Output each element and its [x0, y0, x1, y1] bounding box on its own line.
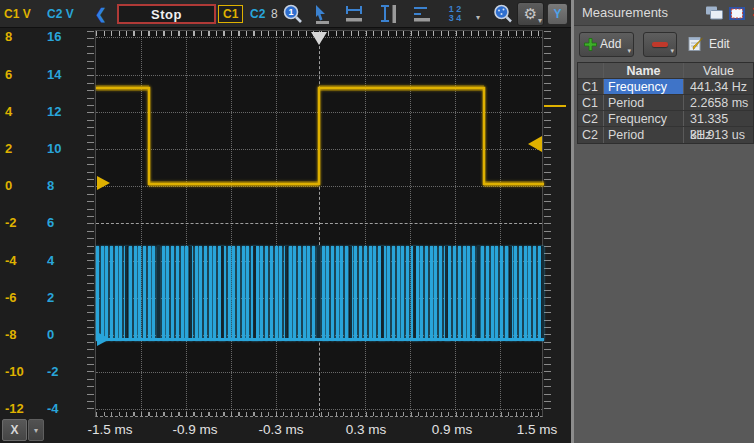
- time-tick: -1.5 ms: [87, 422, 132, 437]
- time-tick: -0.3 ms: [258, 422, 303, 437]
- cursor-tool-icon[interactable]: [310, 3, 334, 25]
- c2-tick: 2: [47, 290, 54, 305]
- plus-icon: [584, 38, 597, 51]
- c2-tick: 8: [47, 178, 54, 193]
- c2-tick: -2: [47, 364, 59, 379]
- table-row[interactable]: C2 Period 31.913 us: [578, 127, 753, 143]
- toolbar: C1 V C2 V ❮ Stop C1 C2 8 1: [0, 0, 571, 28]
- stop-button[interactable]: Stop: [117, 4, 216, 24]
- sample-depth-label: 8: [271, 0, 278, 28]
- measurements-title: Measurements: [582, 5, 668, 20]
- c2-tick: 0: [47, 327, 54, 342]
- selected-cell[interactable]: Frequency: [604, 79, 684, 94]
- table-row[interactable]: C1 Frequency 441.34 Hz: [578, 79, 753, 95]
- c2-tick: 14: [47, 67, 61, 82]
- c1-tick: 0: [5, 178, 12, 193]
- c2-ground-marker[interactable]: [97, 332, 110, 346]
- level-cursor-icon[interactable]: [410, 3, 434, 25]
- c2-tick: 12: [47, 104, 61, 119]
- c2-tick: 6: [47, 215, 54, 230]
- c1-tick: -4: [5, 253, 17, 268]
- remove-measurement-button[interactable]: ▾: [643, 32, 677, 57]
- measurements-table: Name Value C1 Frequency 441.34 Hz C1 Per…: [577, 62, 754, 144]
- right-ruler-ticks: [544, 31, 551, 416]
- c1-tick: 8: [5, 29, 12, 44]
- time-tick: -0.9 ms: [172, 422, 217, 437]
- vertical-cursor-icon[interactable]: [376, 3, 400, 25]
- edit-measurements-button[interactable]: Edit: [688, 36, 730, 52]
- trigger-level-marker[interactable]: [528, 136, 542, 152]
- add-measurement-button[interactable]: Add ▾: [579, 32, 634, 57]
- undock-panel-icon[interactable]: [705, 6, 724, 24]
- minus-icon: [652, 42, 668, 47]
- table-row[interactable]: C2 Frequency 31.335 kHz: [578, 111, 753, 127]
- c1-ground-marker[interactable]: [97, 176, 110, 190]
- edit-icon: [688, 36, 704, 52]
- c2-tick: 10: [47, 141, 61, 156]
- c2-tick: -4: [47, 401, 59, 416]
- c1-waveform: [96, 31, 544, 418]
- zoom-1x-icon[interactable]: 1: [281, 3, 305, 25]
- left-ruler-ticks: [87, 31, 94, 416]
- time-tick: 0.9 ms: [432, 422, 473, 437]
- remove-menu-caret-icon[interactable]: ▾: [670, 47, 674, 55]
- horizontal-cursor-icon[interactable]: [342, 3, 366, 25]
- c2-tick: 4: [47, 253, 54, 268]
- y-axis-button[interactable]: Y: [547, 3, 568, 25]
- trigger-position-marker[interactable]: [311, 32, 327, 45]
- table-header-row: Name Value: [578, 63, 753, 79]
- measurements-title-bar: Measurements ✕: [574, 0, 754, 26]
- measurements-panel: Measurements ✕ Add ▾: [571, 0, 754, 443]
- x-axis-menu-caret[interactable]: ▾: [28, 419, 44, 441]
- name-column-header[interactable]: Name: [604, 63, 684, 78]
- value-column-header[interactable]: Value: [684, 63, 753, 78]
- c1-tick: -6: [5, 290, 17, 305]
- search-zoom-icon[interactable]: [491, 3, 515, 25]
- svg-text:1: 1: [288, 7, 293, 17]
- oscilloscope-app: C1 V C2 V ❮ Stop C1 C2 8 1: [0, 0, 754, 443]
- measurements-toolbar: Add ▾ ▾ Edit: [574, 27, 754, 61]
- c1-tick: -12: [5, 401, 24, 416]
- c1-tick: 2: [5, 141, 12, 156]
- c1-volts-label: C1 V: [4, 0, 31, 28]
- collapse-left-chevron-icon[interactable]: ❮: [95, 0, 107, 28]
- cursor-menu-caret-icon[interactable]: ▾: [476, 13, 480, 22]
- c1-tick: -8: [5, 327, 17, 342]
- x-axis-button[interactable]: X: [2, 419, 27, 441]
- settings-gear-button[interactable]: ⚙▾: [517, 2, 544, 26]
- add-menu-caret-icon[interactable]: ▾: [627, 47, 631, 55]
- channel-1-button[interactable]: C1: [218, 5, 243, 23]
- channels-1234-icon[interactable]: 1 2 3 4: [443, 3, 467, 25]
- time-tick: 1.5 ms: [517, 422, 558, 437]
- c1-tick: -10: [5, 364, 24, 379]
- c1-tick: 4: [5, 104, 12, 119]
- time-tick: 0.3 ms: [346, 422, 387, 437]
- waveform-plot[interactable]: [95, 30, 543, 417]
- c2-volts-label: C2 V: [47, 0, 74, 28]
- c1-level-indicator-line: [544, 105, 566, 107]
- maximize-panel-icon[interactable]: [729, 6, 745, 24]
- c2-tick: 16: [47, 29, 61, 44]
- table-row[interactable]: C1 Period 2.2658 ms: [578, 95, 753, 111]
- c1-tick: -2: [5, 215, 17, 230]
- channel-2-button[interactable]: C2: [247, 5, 268, 23]
- c1-tick: 6: [5, 67, 12, 82]
